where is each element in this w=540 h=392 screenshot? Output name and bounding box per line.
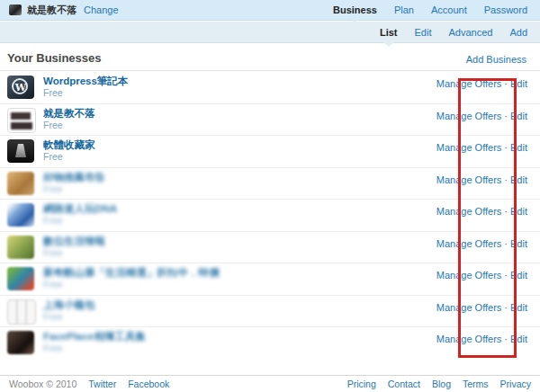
business-row: 上海小籠包 Free Manage Offers·Edit bbox=[0, 296, 540, 328]
change-account-link[interactable]: Change bbox=[84, 4, 119, 15]
edit-business-link[interactable]: Edit bbox=[510, 142, 527, 153]
edit-business-link[interactable]: Edit bbox=[510, 302, 527, 313]
manage-offers-link[interactable]: Manage Offers bbox=[436, 238, 502, 249]
add-business-link[interactable]: Add Business bbox=[466, 54, 526, 65]
link-separator: · bbox=[504, 334, 508, 344]
business-name-link[interactable]: Wordpress筆記本 bbox=[43, 75, 128, 87]
plan-badge: Free bbox=[43, 343, 146, 354]
blurred-business-logo bbox=[7, 203, 34, 227]
blurred-business-logo bbox=[7, 267, 34, 290]
subnav-tab-add[interactable]: Add bbox=[509, 27, 527, 38]
manage-offers-link[interactable]: Manage Offers bbox=[436, 206, 502, 217]
footer-blog-link[interactable]: Blog bbox=[432, 379, 451, 389]
link-separator: · bbox=[504, 270, 508, 281]
secondary-nav: List Edit Advanced Add bbox=[0, 22, 540, 43]
link-separator: · bbox=[504, 111, 508, 121]
link-separator: · bbox=[504, 302, 508, 313]
top-bar: 就是教不落 Change Business Plan Account Passw… bbox=[0, 0, 540, 21]
business-name-link[interactable]: 軟體收藏家 bbox=[43, 138, 95, 151]
business-row: 軟體收藏家 Free Manage Offers·Edit bbox=[0, 136, 540, 168]
plan-badge: Free bbox=[43, 279, 220, 290]
manage-offers-link[interactable]: Manage Offers bbox=[436, 111, 502, 121]
plan-badge: Free bbox=[43, 247, 105, 259]
blurred-business-logo bbox=[7, 331, 34, 354]
manage-offers-link[interactable]: Manage Offers bbox=[436, 302, 502, 313]
business-row: 數位生活情報 Free Manage Offers·Edit bbox=[0, 232, 540, 264]
nav-tab-password[interactable]: Password bbox=[484, 4, 527, 15]
plan-badge: Free bbox=[43, 311, 95, 323]
business-name-link[interactable]: 好物推薦布告 bbox=[43, 171, 105, 183]
subnav-tab-edit[interactable]: Edit bbox=[415, 27, 432, 38]
edit-business-link[interactable]: Edit bbox=[510, 174, 527, 185]
nav-tab-plan[interactable]: Plan bbox=[394, 4, 414, 15]
business-list: Wordpress筆記本 Free Manage Offers·Edit 就是教… bbox=[0, 72, 540, 360]
edit-business-link[interactable]: Edit bbox=[510, 238, 527, 249]
nav-tab-business[interactable]: Business bbox=[333, 4, 377, 15]
woobox-business-page: 就是教不落 Change Business Plan Account Passw… bbox=[0, 0, 540, 392]
edit-business-link[interactable]: Edit bbox=[510, 270, 527, 281]
subnav-tab-advanced[interactable]: Advanced bbox=[448, 27, 492, 38]
jiushijiaobuluo-logo bbox=[7, 108, 36, 133]
footer: Woobox © 2010 Twitter Facebook Pricing C… bbox=[0, 375, 540, 392]
nav-tab-account[interactable]: Account bbox=[431, 4, 467, 15]
edit-business-link[interactable]: Edit bbox=[510, 334, 527, 344]
business-name-link[interactable]: 就是教不落 bbox=[43, 107, 95, 120]
blurred-business-logo bbox=[7, 172, 34, 195]
business-name-link[interactable]: FacePlace相簿工具集 bbox=[43, 330, 146, 343]
business-name-link[interactable]: 網路達人玩DNA bbox=[43, 202, 117, 215]
footer-privacy-link[interactable]: Privacy bbox=[500, 379, 531, 389]
business-row: 就是教不落 Free Manage Offers·Edit bbox=[0, 104, 540, 137]
manage-offers-link[interactable]: Manage Offers bbox=[436, 174, 502, 185]
business-row: 好物推薦布告 Free Manage Offers·Edit bbox=[0, 168, 540, 200]
link-separator: · bbox=[504, 174, 508, 185]
account-avatar-icon bbox=[9, 4, 22, 15]
plan-badge: Free bbox=[43, 120, 95, 131]
link-separator: · bbox=[504, 78, 508, 89]
primary-nav: Business Plan Account Password bbox=[333, 4, 527, 15]
edit-business-link[interactable]: Edit bbox=[510, 111, 527, 121]
footer-terms-link[interactable]: Terms bbox=[463, 379, 489, 389]
software-collector-logo bbox=[7, 139, 34, 163]
business-row: FacePlace相簿工具集 Free Manage Offers·Edit bbox=[0, 327, 540, 360]
manage-offers-link[interactable]: Manage Offers bbox=[436, 334, 502, 344]
link-separator: · bbox=[504, 142, 508, 153]
business-row: 網路達人玩DNA Free Manage Offers·Edit bbox=[0, 200, 540, 232]
plan-badge: Free bbox=[43, 215, 117, 227]
footer-facebook-link[interactable]: Facebook bbox=[128, 379, 169, 389]
footer-pricing-link[interactable]: Pricing bbox=[347, 379, 376, 389]
plan-badge: Free bbox=[43, 151, 95, 163]
business-row: Wordpress筆記本 Free Manage Offers·Edit bbox=[0, 72, 540, 104]
page-heading-row: Your Businesses Add Business bbox=[0, 44, 540, 71]
link-separator: · bbox=[504, 206, 508, 217]
manage-offers-link[interactable]: Manage Offers bbox=[436, 142, 502, 153]
business-name-link[interactable]: 數位生活情報 bbox=[43, 235, 105, 247]
plan-badge: Free bbox=[43, 87, 128, 99]
link-separator: · bbox=[504, 238, 508, 249]
copyright-text: Woobox © 2010 bbox=[9, 379, 76, 389]
business-name-link[interactable]: 新奇酷山寨「生活精選」折扣中．特價 bbox=[43, 266, 220, 279]
manage-offers-link[interactable]: Manage Offers bbox=[436, 270, 502, 281]
page-title: Your Businesses bbox=[7, 51, 102, 65]
business-row: 新奇酷山寨「生活精選」折扣中．特價 Free Manage Offers·Edi… bbox=[0, 263, 540, 296]
plan-badge: Free bbox=[43, 183, 105, 195]
footer-twitter-link[interactable]: Twitter bbox=[88, 379, 116, 389]
account-name: 就是教不落 bbox=[27, 4, 76, 17]
manage-offers-link[interactable]: Manage Offers bbox=[436, 78, 502, 89]
business-name-link[interactable]: 上海小籠包 bbox=[43, 298, 95, 311]
edit-business-link[interactable]: Edit bbox=[510, 78, 527, 89]
blurred-business-logo bbox=[7, 236, 34, 259]
edit-business-link[interactable]: Edit bbox=[510, 206, 527, 217]
subnav-tab-list[interactable]: List bbox=[380, 27, 398, 38]
blurred-business-logo bbox=[7, 299, 36, 325]
wordpress-logo bbox=[7, 76, 34, 99]
footer-contact-link[interactable]: Contact bbox=[388, 379, 420, 389]
